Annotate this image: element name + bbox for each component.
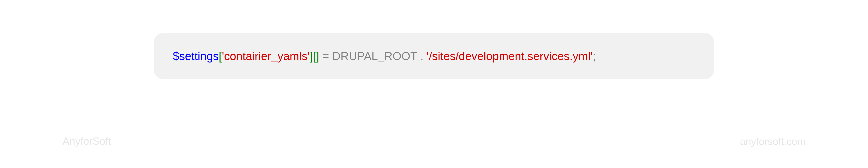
- bracket-open: [: [313, 50, 316, 62]
- code-string: '/sites/development.services.yml': [427, 50, 593, 62]
- bracket-close: ]: [310, 50, 313, 62]
- code-line: $settings['contairier_yamls'][] = DRUPAL…: [173, 49, 596, 63]
- bracket-open: [: [219, 50, 222, 62]
- code-block: $settings['contairier_yamls'][] = DRUPAL…: [154, 33, 714, 79]
- brand-logo: AnyforSoft: [62, 135, 111, 147]
- code-variable: $settings: [173, 50, 219, 62]
- code-assign: = DRUPAL_ROOT .: [319, 50, 427, 62]
- code-semicolon: ;: [593, 50, 596, 62]
- bracket-close: ]: [316, 50, 319, 62]
- brand-url: anyforsoft.com: [740, 136, 806, 147]
- code-key: 'contairier_yamls': [222, 50, 309, 62]
